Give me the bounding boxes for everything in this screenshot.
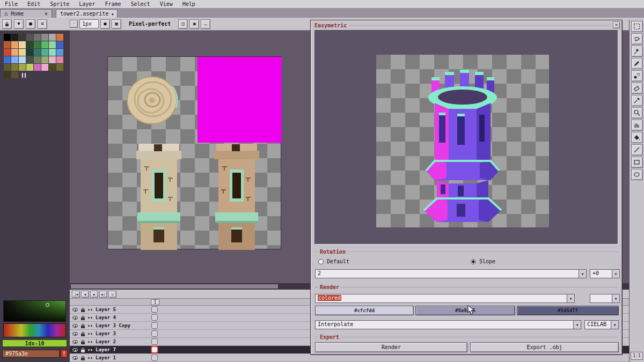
chevron-down-icon[interactable]: ▼ <box>573 321 581 329</box>
palette-lock-button[interactable] <box>2 19 12 29</box>
menu-view[interactable]: View <box>155 1 178 8</box>
palette-swatch[interactable] <box>56 64 63 71</box>
loop-button[interactable]: ↻ <box>108 291 116 298</box>
palette-swatch[interactable] <box>56 41 63 48</box>
chevron-down-icon[interactable]: ▼ <box>611 321 618 329</box>
palette-swatch[interactable] <box>19 49 26 56</box>
linked-cels-icon[interactable] <box>88 317 93 319</box>
colorspace-dropdown[interactable]: CIELAB ▼ <box>584 320 619 329</box>
chevron-down-icon[interactable]: ▼ <box>612 270 619 278</box>
palette-swatch[interactable] <box>34 64 41 71</box>
menu-sprite[interactable]: Sprite <box>45 1 74 8</box>
palette-swatch[interactable] <box>49 49 56 56</box>
more-options-button[interactable]: … <box>201 19 210 29</box>
lock-icon[interactable] <box>81 309 85 312</box>
palette-swatch[interactable] <box>41 34 48 41</box>
palette-swatch[interactable] <box>11 41 18 48</box>
linked-cels-icon[interactable] <box>88 349 93 351</box>
brush-type-button[interactable]: · <box>70 20 78 28</box>
last-frame-button[interactable]: ▶| <box>99 291 107 298</box>
lock-icon[interactable] <box>81 334 85 336</box>
rotation-default-radio[interactable]: Default <box>318 258 349 264</box>
layer-name[interactable]: Layer 2 <box>96 339 116 344</box>
palette-swatch[interactable] <box>26 56 33 63</box>
menu-layer[interactable]: Layer <box>74 1 100 8</box>
palette-swatch[interactable] <box>49 41 56 48</box>
render-mode-input[interactable]: colored ▼ <box>315 294 575 303</box>
palette-swatch[interactable] <box>19 41 26 48</box>
lock-icon[interactable] <box>81 342 85 344</box>
midtone-color-button[interactable]: #9a9ab5 <box>415 306 515 315</box>
layer-name[interactable]: Layer 4 <box>96 315 116 320</box>
eye-visibility-icon[interactable] <box>72 308 78 312</box>
rotation-slope-radio[interactable]: Slope <box>471 258 495 264</box>
palette-swatch[interactable] <box>11 56 18 63</box>
palette-swatch[interactable] <box>19 56 26 63</box>
palette-swatch[interactable] <box>4 49 11 56</box>
zoom-ratio-button[interactable]: 1:1 <box>631 352 643 360</box>
palette-swatch[interactable] <box>49 34 56 41</box>
palette-swatch[interactable] <box>11 34 18 41</box>
interpolation-dropdown[interactable]: Interpolate ▼ <box>315 320 581 329</box>
eye-visibility-icon[interactable] <box>72 356 78 360</box>
palette-swatch[interactable] <box>11 64 18 71</box>
palette-swatch[interactable] <box>26 49 33 56</box>
radio-circle-icon[interactable] <box>471 259 476 264</box>
dynamics-button[interactable]: ◉ <box>189 19 199 29</box>
palette-swatch[interactable] <box>41 56 48 63</box>
linked-cels-icon[interactable] <box>88 309 93 311</box>
cel-cell[interactable] <box>151 338 158 345</box>
lock-icon[interactable] <box>81 358 85 360</box>
foreground-color-swatch[interactable]: #975a3e <box>2 350 60 358</box>
layer-name[interactable]: Layer 7 <box>96 347 116 352</box>
palette-swatch[interactable] <box>19 64 26 71</box>
magic-wand-tool[interactable] <box>631 46 643 57</box>
palette-swatch[interactable] <box>26 41 33 48</box>
zoom-tool[interactable] <box>631 107 643 119</box>
render-extra-dropdown[interactable]: ▼ <box>590 294 620 303</box>
palette-index-button[interactable]: Idx-10 <box>2 339 67 347</box>
first-frame-button[interactable]: |◀ <box>72 291 80 298</box>
linked-cels-icon[interactable] <box>88 325 93 327</box>
color-warning-badge[interactable]: ! <box>61 350 68 358</box>
prev-frame-button[interactable]: ◀ <box>81 291 89 298</box>
shade-picker[interactable] <box>3 300 66 322</box>
highlight-color-button[interactable]: #cfcfdd <box>315 306 414 315</box>
palette-swatch[interactable] <box>11 71 18 78</box>
radio-circle-icon[interactable] <box>318 259 324 264</box>
palette-swatch[interactable] <box>34 41 41 48</box>
cel-cell[interactable] <box>151 306 158 313</box>
menu-select[interactable]: Select <box>126 1 155 8</box>
palette-sort-button[interactable]: ▼ <box>14 19 24 29</box>
eye-visibility-icon[interactable] <box>72 324 78 328</box>
lasso-tool[interactable] <box>631 33 643 45</box>
eye-visibility-icon[interactable] <box>72 332 78 336</box>
symmetry-button[interactable]: ◫ <box>178 19 188 29</box>
palette-swatch[interactable] <box>41 41 48 48</box>
rotation-offset-dropdown[interactable]: +0 ▼ <box>590 269 620 278</box>
rectangle-tool[interactable] <box>631 157 643 168</box>
cel-cell[interactable] <box>151 322 158 329</box>
linked-cels-icon[interactable] <box>88 341 93 343</box>
lock-icon[interactable] <box>81 326 85 328</box>
ink-options-button[interactable]: ▣ <box>112 19 121 29</box>
line-tool[interactable] <box>631 144 643 156</box>
cel-cell[interactable] <box>151 354 158 361</box>
eyedropper-tool[interactable] <box>631 95 643 106</box>
dialog-title[interactable]: Easymetric <box>314 22 609 28</box>
linked-cels-icon[interactable] <box>88 357 93 359</box>
layer-name[interactable]: Layer 3 Copy <box>96 323 130 328</box>
palette-swatch[interactable] <box>41 49 48 56</box>
eraser-tool[interactable] <box>631 83 643 94</box>
layer-name[interactable]: Layer 1 <box>96 355 116 360</box>
tab-close-icon[interactable]: × <box>45 11 48 17</box>
ellipse-tool[interactable] <box>631 169 643 180</box>
palette-swatch[interactable] <box>11 49 18 56</box>
palette-swatch[interactable] <box>34 56 41 63</box>
pencil-tool[interactable] <box>631 58 643 69</box>
hand-tool[interactable] <box>631 120 643 131</box>
linked-cels-icon[interactable] <box>88 333 93 335</box>
cel-cell[interactable] <box>151 314 158 321</box>
spray-tool[interactable] <box>631 70 643 82</box>
palette-presets-button[interactable]: ■ <box>26 19 35 29</box>
